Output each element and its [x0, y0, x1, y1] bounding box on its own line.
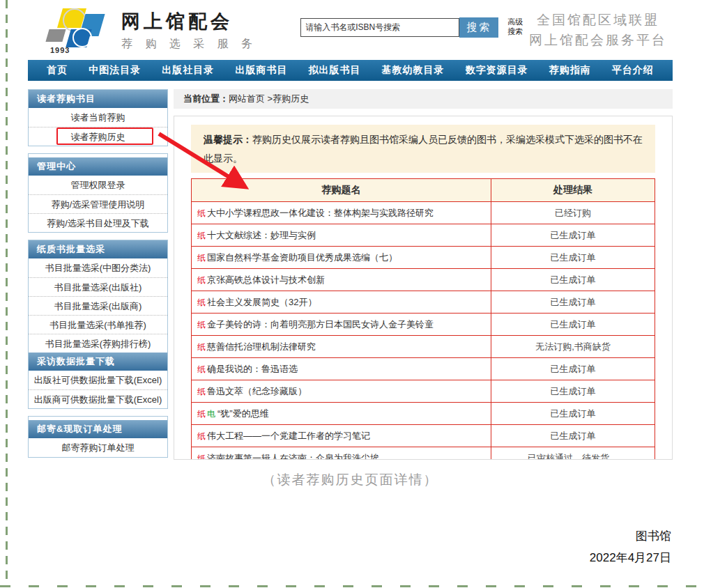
- book-title-cell: 纸金子美铃的诗：向着明亮那方日本国民女诗人金子美铃童: [192, 314, 491, 336]
- brand-block: 网上馆配会 荐 购 选 采 服 务: [121, 9, 257, 52]
- format-badge-paper: 纸: [197, 387, 206, 396]
- book-title-cell: 纸慈善信托治理机制法律研究: [192, 336, 491, 358]
- table-row: 纸伟大工程——一个党建工作者的学习笔记已生成订单: [192, 425, 655, 447]
- sidebar-item[interactable]: 荐购/选采管理使用说明: [29, 194, 167, 213]
- nav-item[interactable]: 中图法目录: [89, 64, 141, 77]
- table-row: 纸慈善信托治理机制法律研究无法订购,书商缺货: [192, 336, 655, 358]
- result-cell: 已生成订单: [491, 291, 655, 314]
- result-cell: 已生成订单: [491, 314, 655, 336]
- breadcrumb-path: 网站首页 >荐购历史: [229, 93, 309, 104]
- nav-item[interactable]: 出版商书目: [235, 64, 287, 77]
- sidebar-item[interactable]: 管理权限登录: [29, 176, 167, 194]
- format-badge-paper: 纸: [197, 342, 206, 352]
- format-badge-paper: 纸: [197, 297, 206, 307]
- advanced-search-line1: 高级: [507, 17, 523, 27]
- sidebar-item[interactable]: 书目批量选采(出版社): [29, 277, 167, 296]
- format-badge-paper: 纸: [197, 409, 206, 419]
- sidebar-item[interactable]: 书目批量选采(出版商): [29, 296, 167, 315]
- result-cell: 已生成订单: [491, 358, 655, 380]
- format-badge-paper: 纸: [197, 231, 206, 240]
- logo-year: 1993: [50, 46, 70, 54]
- sidebar-item[interactable]: 书目批量选采(荐购排行榜): [29, 334, 167, 353]
- result-cell: 已经订购: [491, 202, 655, 224]
- book-title-cell: 纸确是我说的：鲁迅语选: [192, 358, 491, 380]
- format-badge-paper: 纸: [197, 253, 206, 263]
- nav-item[interactable]: 数字资源目录: [466, 64, 528, 77]
- doc-left-dashed-border: [6, 0, 8, 584]
- table-row: 纸鲁迅文萃（纪念珍藏版）已生成订单: [192, 380, 655, 403]
- column-header-result: 处理结果: [491, 179, 655, 202]
- document-page: 1993 网上馆配会 荐 购 选 采 服 务 搜索 高级 搜索 全国馆配区域联盟…: [0, 0, 704, 588]
- table-row: 纸确是我说的：鲁迅语选已生成订单: [192, 358, 655, 380]
- table-row: 纸济南故事第一辑人在济南：众泉为我洗尘埃已审核通过，待发货。: [192, 447, 655, 460]
- table-row: 纸电“犹”爱的思维已生成订单: [192, 403, 655, 425]
- nav-item[interactable]: 平台介绍: [612, 64, 654, 77]
- sidebar-section-header: 纸质书批量选采: [29, 240, 167, 258]
- search-input[interactable]: [300, 18, 459, 37]
- sidebar-item[interactable]: 书目批量选采(书单推荐): [29, 315, 167, 334]
- main-content: 当前位置：网站首页 >荐购历史 温馨提示：荐购历史仅展示读者荐购且图书馆采编人员…: [174, 89, 673, 460]
- result-cell: 已审核通过，待发货。: [491, 447, 655, 460]
- signature-name: 图书馆: [28, 525, 671, 547]
- sidebar-section: 纸质书批量选采书目批量选采(中图分类法)书目批量选采(出版社)书目批量选采(出版…: [28, 240, 168, 409]
- book-title-cell: 纸电“犹”爱的思维: [192, 403, 491, 425]
- history-table-body: 纸大中小学课程思政一体化建设：整体构架与实践路径研究已经订购纸十大文献综述：妙理…: [192, 202, 655, 460]
- logo-gray-shape: [45, 29, 66, 42]
- table-row: 纸社会主义发展简史（32开）已生成订单: [192, 291, 655, 314]
- nav-item[interactable]: 拟出版书目: [308, 64, 360, 77]
- sidebar-item-reader-history[interactable]: 读者荐购历史: [29, 127, 167, 146]
- signature-date: 2022年4月27日: [28, 547, 671, 568]
- sidebar-item[interactable]: 出版商可供数据批量下载(Excel): [29, 389, 167, 408]
- result-cell: 已生成订单: [491, 403, 655, 425]
- sidebar-section-header: 邮寄&现取订单处理: [29, 420, 167, 438]
- sidebar-section: 管理中心管理权限登录荐购/选采管理使用说明荐购/选采书目处理及下载: [28, 153, 168, 233]
- website-screenshot: 1993 网上馆配会 荐 购 选 采 服 务 搜索 高级 搜索 全国馆配区域联盟…: [28, 0, 673, 569]
- format-badge-paper: 纸: [197, 208, 206, 218]
- sidebar-section: 读者荐购书目读者当前荐购读者荐购历史: [28, 89, 168, 146]
- sidebar-section: 邮寄&现取订单处理邮寄荐购订单处理: [28, 416, 168, 458]
- table-row: 纸国家自然科学基金资助项目优秀成果选编（七）已生成订单: [192, 247, 655, 269]
- result-cell: 已生成订单: [491, 247, 655, 269]
- result-cell: 已生成订单: [491, 425, 655, 447]
- format-badge-paper: 纸: [197, 454, 206, 460]
- logo-circle-outline-2: [72, 28, 92, 47]
- book-title-cell: 纸鲁迅文萃（纪念珍藏版）: [192, 380, 491, 403]
- main-nav: 首页中图法目录出版社目录出版商书目拟出版书目基教幼教目录数字资源目录荐购指南平台…: [28, 60, 673, 81]
- site-title: 网上馆配会: [121, 9, 257, 34]
- search-button[interactable]: 搜索: [459, 17, 498, 38]
- sidebar-item[interactable]: 读者当前荐购: [29, 108, 167, 127]
- site-subtitle: 荐 购 选 采 服 务: [121, 37, 257, 52]
- table-row: 纸十大文献综述：妙理与实例已生成订单: [192, 224, 655, 247]
- book-title-cell: 纸国家自然科学基金资助项目优秀成果选编（七）: [192, 247, 491, 269]
- platform-slogan: 全国馆配区域联盟 网上馆配会服务平台: [529, 10, 667, 51]
- nav-item[interactable]: 荐购指南: [549, 64, 591, 77]
- site-logo: 1993: [43, 7, 113, 53]
- book-title-cell: 纸伟大工程——一个党建工作者的学习笔记: [192, 425, 491, 447]
- format-badge-paper: 纸: [197, 320, 206, 330]
- result-cell: 无法订购,书商缺货: [491, 336, 655, 358]
- sidebar-item[interactable]: 书目批量选采(中图分类法): [29, 258, 167, 277]
- sidebar: 读者荐购书目读者当前荐购读者荐购历史管理中心管理权限登录荐购/选采管理使用说明荐…: [28, 89, 168, 460]
- result-cell: 已生成订单: [491, 380, 655, 403]
- sidebar-item[interactable]: 邮寄荐购订单处理: [29, 438, 167, 457]
- result-cell: 已生成订单: [491, 269, 655, 291]
- nav-item[interactable]: 基教幼教目录: [382, 64, 445, 77]
- search-bar: 搜索 高级 搜索: [300, 17, 523, 38]
- format-badge-digital: 电: [207, 409, 215, 419]
- signature-block: 图书馆 2022年4月27日: [28, 525, 673, 569]
- nav-item[interactable]: 首页: [47, 64, 68, 77]
- notice-label: 温馨提示：: [204, 134, 252, 145]
- table-row: 纸金子美铃的诗：向着明亮那方日本国民女诗人金子美铃童已生成订单: [192, 314, 655, 336]
- column-header-title: 荐购题名: [192, 179, 491, 202]
- doc-bottom-dashed-border: [0, 585, 704, 587]
- slogan-line1: 全国馆配区域联盟: [529, 10, 667, 30]
- sidebar-item[interactable]: 出版社可供数据批量下载(Excel): [29, 371, 167, 389]
- notice-box: 温馨提示：荐购历史仅展示读者荐购且图书馆采编人员已反馈的图书，采编选采模式下选采…: [191, 125, 655, 173]
- book-title-cell: 纸京张高铁总体设计与技术创新: [192, 269, 491, 291]
- sidebar-item[interactable]: 荐购/选采书目处理及下载: [29, 213, 167, 232]
- sidebar-section-header: 读者荐购书目: [29, 90, 167, 108]
- content-panel: 温馨提示：荐购历史仅展示读者荐购且图书馆采编人员已反馈的图书，采编选采模式下选采…: [174, 116, 673, 460]
- advanced-search-link[interactable]: 高级 搜索: [507, 17, 523, 37]
- format-badge-paper: 纸: [197, 275, 206, 285]
- nav-item[interactable]: 出版社目录: [162, 64, 214, 77]
